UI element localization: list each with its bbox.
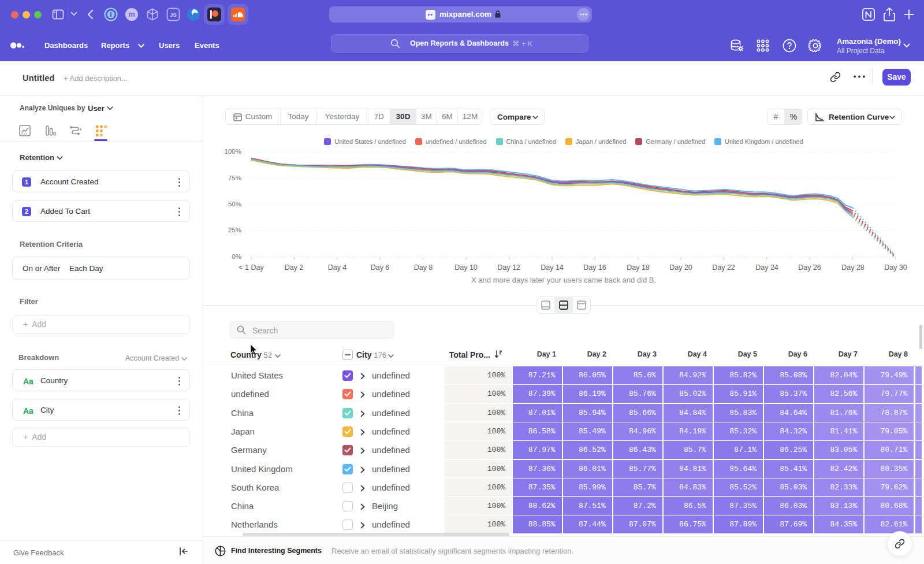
svg-text:JS: JS: [170, 12, 177, 18]
